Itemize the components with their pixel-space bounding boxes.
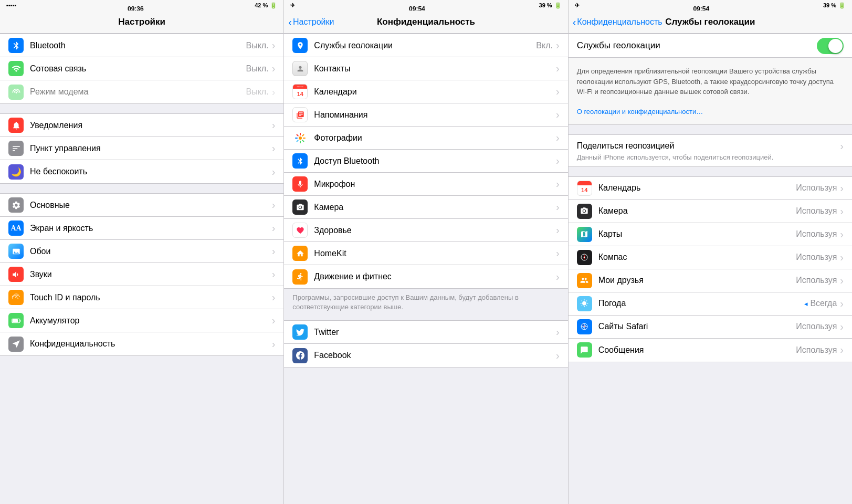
privacy-chevron: [272, 338, 276, 350]
row-wallpaper[interactable]: Обои: [0, 240, 283, 263]
compass-app-value: Используя: [796, 253, 837, 262]
reminders-chevron: [556, 109, 560, 121]
row-motion[interactable]: Движение и фитнес: [284, 265, 567, 288]
row-microphone[interactable]: Микрофон: [284, 173, 567, 196]
camera-privacy-chevron: [556, 201, 560, 213]
row-location-toggle[interactable]: Службы геолокации: [569, 34, 852, 57]
bluetooth-sharing-chevron: [556, 155, 560, 167]
reminders-icon: [292, 107, 308, 122]
battery-icon-1: 🔋: [270, 2, 277, 9]
svg-line-10: [302, 140, 303, 141]
row-calendars[interactable]: ▪▪▪▪▪▪▪ 14 Календари: [284, 80, 567, 103]
row-do-not-disturb[interactable]: 🌙 Не беспокоить: [0, 160, 283, 183]
row-maps-app[interactable]: Карты Используя: [569, 223, 852, 246]
row-notifications[interactable]: Уведомления: [0, 114, 283, 137]
facebook-label: Facebook: [314, 351, 556, 360]
control-center-icon: [8, 141, 24, 156]
row-messages-app[interactable]: Сообщения Используя: [569, 339, 852, 362]
location-value: Вкл.: [536, 41, 553, 50]
weather-app-value: Всегда: [810, 299, 837, 308]
general-icon: [8, 197, 24, 213]
weather-app-label: Погода: [598, 299, 805, 308]
sounds-label: Звуки: [30, 270, 272, 279]
motion-icon: [292, 269, 308, 285]
settings-list-1: Bluetooth Выкл. Сотовая связь Выкл.: [0, 34, 283, 504]
cellular-chevron: [272, 62, 276, 75]
row-bluetooth[interactable]: Bluetooth Выкл.: [0, 34, 283, 57]
camera-app-chevron: [840, 205, 844, 217]
contacts-label: Контакты: [314, 64, 556, 74]
maps-app-value: Используя: [796, 229, 837, 239]
camera-privacy-icon: [292, 200, 308, 215]
messages-app-value: Используя: [796, 345, 837, 355]
status-panel-1: ▪▪▪▪▪ 09:36 42 % 🔋: [0, 0, 284, 10]
do-not-disturb-chevron: [272, 166, 276, 178]
row-share-location[interactable]: Поделиться геопозицией Данный iPhone исп…: [569, 135, 852, 166]
safari-app-chevron: [840, 321, 844, 333]
health-icon: [292, 223, 308, 238]
row-battery[interactable]: Аккумулятор: [0, 309, 283, 332]
location-toggle[interactable]: [817, 38, 844, 54]
notifications-label: Уведомления: [30, 121, 272, 130]
photos-label: Фотографии: [314, 133, 556, 143]
bluetooth-label: Bluetooth: [30, 41, 246, 50]
settings-list-2: Службы геолокации Вкл. Контакты: [284, 34, 567, 504]
row-facebook[interactable]: Facebook: [284, 344, 567, 367]
row-reminders[interactable]: Напоминания: [284, 103, 567, 127]
back-chevron-privacy: ‹: [288, 17, 292, 27]
twitter-chevron: [556, 326, 560, 338]
row-general[interactable]: Основные: [0, 194, 283, 217]
nav-back-privacy[interactable]: ‹ Настройки: [288, 17, 334, 27]
row-homekit[interactable]: HomeKit: [284, 242, 567, 265]
row-control-center[interactable]: Пункт управления: [0, 137, 283, 160]
cellular-value: Выкл.: [246, 64, 269, 74]
row-camera-privacy[interactable]: Камера: [284, 196, 567, 219]
row-friends-app[interactable]: Мои друзья Используя: [569, 269, 852, 292]
battery-icon-2: 🔋: [554, 2, 562, 9]
location-description-link[interactable]: О геолокации и конфиденциальности…: [577, 108, 703, 116]
contacts-icon: [292, 61, 308, 76]
row-location-services[interactable]: Службы геолокации Вкл.: [284, 34, 567, 57]
row-compass-app[interactable]: Компас Используя: [569, 246, 852, 269]
display-icon: AA: [8, 220, 24, 236]
row-twitter[interactable]: Twitter: [284, 321, 567, 344]
row-safari-app[interactable]: Сайты Safari Используя: [569, 316, 852, 339]
status-panel-3: ✈ 09:54 39 % 🔋: [569, 0, 852, 10]
row-cellular[interactable]: Сотовая связь Выкл.: [0, 57, 283, 80]
nav-back-location[interactable]: ‹ Конфиденциальность: [573, 17, 662, 27]
hotspot-label: Режим модема: [30, 87, 246, 97]
privacy-label: Конфиденциальность: [30, 339, 272, 349]
calendars-icon: ▪▪▪▪▪▪▪ 14: [292, 84, 308, 99]
row-camera-app[interactable]: Камера Используя: [569, 200, 852, 223]
spacer-2: [0, 184, 283, 193]
back-label-privacy: Настройки: [293, 17, 334, 27]
location-description-block: Для определения приблизительной геопозиц…: [569, 58, 852, 125]
location-chevron: [556, 39, 560, 51]
row-calendar-app[interactable]: 14 Календарь Используя: [569, 177, 852, 200]
row-weather-app[interactable]: Погода ◂ Всегда: [569, 292, 852, 316]
settings-list-3: Службы геолокации Для определения прибли…: [569, 34, 852, 504]
row-privacy[interactable]: Конфиденциальность: [0, 332, 283, 355]
messages-app-icon: [577, 342, 592, 358]
wallpaper-icon: [8, 244, 24, 259]
row-hotspot[interactable]: Режим модема Выкл.: [0, 80, 283, 103]
notifications-icon: [8, 118, 24, 133]
status-left-2: ✈: [290, 2, 295, 9]
row-display[interactable]: AA Экран и яркость: [0, 217, 283, 240]
calendars-chevron: [556, 86, 560, 98]
homekit-label: HomeKit: [314, 249, 556, 258]
touch-id-chevron: [272, 291, 276, 303]
row-contacts[interactable]: Контакты: [284, 57, 567, 80]
row-health[interactable]: Здоровье: [284, 219, 567, 242]
row-bluetooth-sharing[interactable]: Доступ Bluetooth: [284, 150, 567, 173]
row-sounds[interactable]: Звуки: [0, 263, 283, 286]
weather-app-chevron: [840, 298, 844, 310]
row-touch-id[interactable]: Touch ID и пароль: [0, 286, 283, 309]
status-right-2: 39 % 🔋: [539, 2, 562, 9]
row-photos[interactable]: Фотографии: [284, 127, 567, 150]
facebook-row-icon: [292, 348, 308, 363]
do-not-disturb-label: Не беспокоить: [30, 167, 272, 176]
svg-line-9: [297, 134, 298, 135]
photos-chevron: [556, 132, 560, 144]
friends-app-label: Мои друзья: [598, 276, 796, 285]
